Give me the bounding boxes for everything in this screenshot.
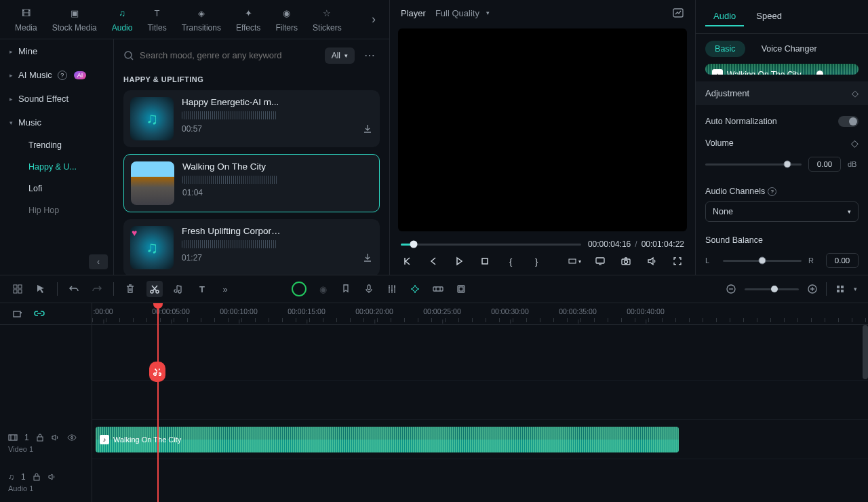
tab-media-label: Media — [15, 23, 37, 33]
prev-frame-button[interactable] — [401, 254, 414, 268]
spacer-track[interactable] — [92, 325, 868, 381]
tab-stickers[interactable]: ☆Stickers — [306, 4, 349, 35]
crop-tool[interactable] — [454, 282, 468, 296]
redo-button[interactable] — [90, 282, 104, 296]
sidebar-item-sound-effect[interactable]: Sound Effect — [0, 87, 113, 111]
subtab-voice-changer[interactable]: Voice Changer — [752, 41, 827, 57]
text-tool[interactable]: T — [195, 282, 209, 296]
download-button[interactable] — [362, 123, 373, 134]
tab-filters[interactable]: ◉Filters — [269, 4, 304, 35]
tab-transitions[interactable]: ◈Transitions — [175, 4, 228, 35]
tab-effects[interactable]: ✦Effects — [229, 4, 267, 35]
chevron-down-icon[interactable]: ▾ — [854, 286, 857, 292]
sidebar-item-ai-music[interactable]: AI Music ? AI — [0, 63, 113, 87]
fullscreen-button[interactable] — [671, 254, 684, 268]
sidebar-item-music[interactable]: Music — [0, 111, 113, 134]
tab-media[interactable]: 🎞Media — [8, 4, 44, 35]
mark-out-button[interactable]: } — [530, 254, 543, 268]
sidebar-collapse-button[interactable]: ‹ — [89, 254, 108, 269]
auto-norm-toggle[interactable] — [838, 116, 859, 127]
sidebar-item-happy[interactable]: Happy & U... — [22, 156, 113, 178]
mute-icon[interactable] — [47, 472, 57, 482]
track-card[interactable]: Walking On The City 01:04 — [123, 154, 380, 212]
audio-clip[interactable]: ♪ Walking On The City — [96, 427, 679, 452]
track-card[interactable]: ♥♫ Fresh Uplifting Corporate 01:27 — [123, 219, 380, 275]
tab-stock-media[interactable]: ▣Stock Media — [45, 4, 104, 35]
help-icon[interactable]: ? — [58, 71, 67, 80]
tab-titles[interactable]: TTitles — [140, 4, 173, 35]
subtab-basic[interactable]: Basic — [705, 41, 745, 57]
volume-value[interactable]: 0.00 — [808, 157, 841, 172]
delete-button[interactable] — [123, 282, 137, 296]
link-toggle[interactable] — [33, 307, 46, 321]
track-card[interactable]: ♫ Happy Energetic-AI m... 00:57 — [123, 90, 380, 147]
sidebar-item-hiphop[interactable]: Hip Hop — [22, 199, 113, 221]
quality-dropdown[interactable]: Full Quality▾ — [435, 8, 490, 18]
mixer-tool[interactable] — [385, 282, 399, 296]
audio-track[interactable]: ♪ Walking On The City — [92, 420, 868, 459]
eye-icon[interactable] — [67, 434, 77, 441]
camera-button[interactable] — [619, 254, 633, 268]
video-viewport[interactable] — [398, 28, 687, 231]
marker-tool[interactable] — [339, 282, 353, 296]
volume-button[interactable] — [645, 254, 658, 268]
view-mode-button[interactable] — [833, 282, 847, 296]
download-button[interactable] — [362, 252, 373, 263]
help-icon[interactable]: ? — [768, 187, 776, 196]
tabs-next-button[interactable]: › — [366, 7, 381, 32]
lock-icon[interactable] — [36, 433, 44, 442]
pointer-tool[interactable] — [34, 282, 47, 296]
beat-tool[interactable] — [172, 282, 186, 296]
stop-button[interactable] — [478, 254, 492, 268]
link-tool[interactable] — [431, 282, 445, 296]
tab-speed-inspector[interactable]: Speed — [748, 7, 790, 26]
zoom-out-button[interactable] — [724, 282, 738, 296]
snap-tool[interactable] — [408, 282, 422, 296]
channels-dropdown[interactable]: None▾ — [705, 201, 859, 222]
mic-tool[interactable] — [362, 282, 376, 296]
zoom-in-button[interactable] — [806, 282, 819, 296]
more-tools-button[interactable]: » — [218, 282, 232, 296]
play-button[interactable] — [452, 254, 466, 268]
filters-icon: ◉ — [280, 7, 294, 20]
clip-preview[interactable]: ♪Walking On The City — [705, 64, 859, 75]
progress-bar[interactable] — [401, 244, 581, 246]
timeline-scrollbar[interactable] — [863, 325, 868, 379]
clip-preview-knob[interactable] — [816, 71, 823, 75]
more-options-button[interactable]: ⋯ — [360, 46, 380, 64]
filter-dropdown[interactable]: All▾ — [325, 47, 355, 64]
audio-track-header[interactable]: ♫ 1 Audio 1 — [0, 463, 92, 502]
mark-in-button[interactable]: { — [504, 254, 517, 268]
tab-audio-inspector[interactable]: Audio — [705, 7, 744, 26]
timeline-ruler[interactable]: :00:00 00:00:05:00 00:00:10:00 00:00:15:… — [92, 303, 868, 325]
add-track-button[interactable] — [11, 307, 24, 321]
play-backward-button[interactable] — [427, 254, 440, 268]
lock-icon[interactable] — [33, 472, 41, 482]
sidebar-item-trending[interactable]: Trending — [22, 134, 113, 156]
video-track-header[interactable]: 1 Video 1 — [0, 423, 92, 463]
tab-transitions-label: Transitions — [182, 23, 221, 33]
heart-icon: ♥ — [132, 227, 137, 238]
keyframe-diamond-icon[interactable]: ◇ — [852, 88, 859, 98]
balance-value[interactable]: 0.00 — [826, 253, 859, 268]
volume-keyframe-button[interactable]: ◇ — [851, 138, 859, 149]
balance-slider[interactable] — [723, 260, 802, 262]
undo-button[interactable] — [67, 282, 81, 296]
zoom-slider[interactable] — [745, 288, 799, 290]
search-input[interactable] — [140, 50, 319, 60]
adjustment-header[interactable]: Adjustment◇ — [696, 81, 868, 105]
volume-slider[interactable] — [705, 163, 802, 166]
display-button[interactable] — [593, 254, 607, 268]
mute-icon[interactable] — [51, 433, 60, 442]
sidebar-item-mine[interactable]: Mine — [0, 39, 113, 63]
record-indicator[interactable] — [292, 282, 307, 296]
video-track[interactable] — [92, 381, 868, 420]
tab-audio[interactable]: ♫Audio — [105, 4, 140, 35]
grid-tool[interactable] — [11, 282, 24, 296]
snapshot-button[interactable] — [672, 7, 684, 19]
cut-tool[interactable] — [146, 281, 163, 297]
marker-disabled-icon[interactable]: ◉ — [316, 282, 330, 296]
ratio-button[interactable]: ▾ — [568, 254, 581, 268]
playhead[interactable] — [157, 303, 159, 502]
sidebar-item-lofi[interactable]: Lofi — [22, 178, 113, 199]
